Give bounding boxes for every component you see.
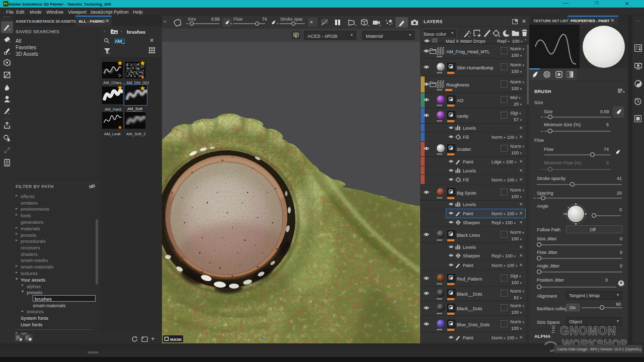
svg-text:MASK: MASK [170, 337, 182, 342]
svg-text:S: S [457, 221, 459, 224]
svg-text:S: S [457, 254, 459, 257]
svg-text:GNOMON: GNOMON [560, 324, 616, 337]
svg-text:THE: THE [551, 325, 556, 334]
